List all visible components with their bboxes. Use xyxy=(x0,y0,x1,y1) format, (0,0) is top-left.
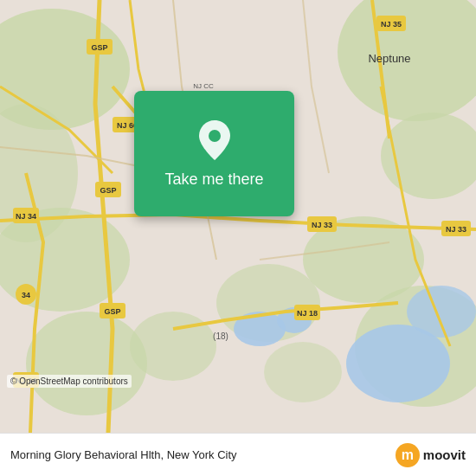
svg-text:GSP: GSP xyxy=(104,307,120,316)
moovit-text: moovit xyxy=(423,447,466,462)
map-container: NJ 35 NJ 33 NJ 33 NJ 66 GSP GSP GSP NJ 3… xyxy=(0,0,476,433)
svg-point-11 xyxy=(264,342,342,402)
svg-text:GSP: GSP xyxy=(91,43,107,52)
take-me-there-button[interactable]: Take me there xyxy=(134,91,294,216)
svg-text:(18): (18) xyxy=(213,331,228,341)
svg-text:NJ 35: NJ 35 xyxy=(381,20,402,29)
location-pin-icon xyxy=(193,119,236,162)
svg-text:Neptune: Neptune xyxy=(368,52,410,65)
moovit-m-badge: m xyxy=(396,443,420,467)
svg-point-7 xyxy=(26,312,147,415)
moovit-logo: m moovit xyxy=(396,443,466,467)
svg-point-15 xyxy=(407,286,476,338)
svg-text:GSP: GSP xyxy=(100,186,116,195)
svg-point-9 xyxy=(130,312,216,381)
svg-text:NJ CC: NJ CC xyxy=(193,82,214,90)
bottom-bar: Morning Glory Behavioral Hlth, New York … xyxy=(0,433,476,476)
svg-text:NJ 33: NJ 33 xyxy=(446,225,466,234)
svg-text:NJ 34: NJ 34 xyxy=(16,212,36,221)
svg-point-41 xyxy=(209,130,221,142)
map-background: NJ 35 NJ 33 NJ 33 NJ 66 GSP GSP GSP NJ 3… xyxy=(0,0,476,433)
take-me-there-label: Take me there xyxy=(164,170,263,190)
svg-text:34: 34 xyxy=(22,291,30,299)
svg-text:NJ 33: NJ 33 xyxy=(312,221,332,229)
osm-attribution: © OpenStreetMap contributors xyxy=(7,375,132,388)
place-name: Morning Glory Behavioral Hlth, New York … xyxy=(10,448,237,461)
svg-text:NJ 18: NJ 18 xyxy=(297,309,318,318)
